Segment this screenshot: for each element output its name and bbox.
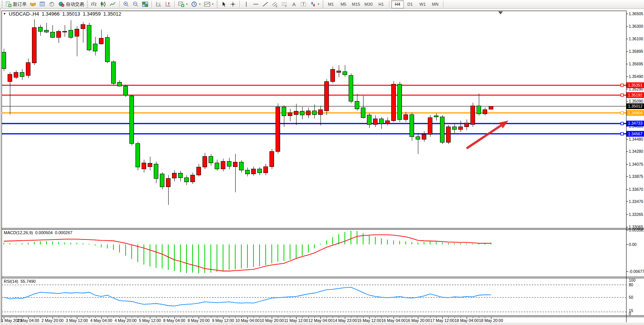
macd-value-main: 0.000504 <box>35 230 53 235</box>
svg-text:1.35490: 1.35490 <box>629 74 643 79</box>
svg-text:-0.006775: -0.006775 <box>629 269 644 274</box>
zoom-in-icon <box>123 1 129 7</box>
hline-handle[interactable] <box>621 133 623 135</box>
new-order-icon <box>5 1 12 7</box>
chart-title: ▼ USDCAD-,H4 1.34966 1.35013 1.34959 1.3… <box>3 11 121 17</box>
channel-icon: E <box>272 1 278 7</box>
svg-text:18 May 04:00: 18 May 04:00 <box>454 318 479 323</box>
timeframe-button-w1[interactable]: W1 <box>416 0 429 8</box>
new-order-button[interactable]: 新订单 <box>4 0 28 8</box>
toolbar-separator <box>443 1 444 8</box>
data-window-button[interactable] <box>38 0 47 8</box>
autotrading-button[interactable]: 自动交易 <box>57 0 86 8</box>
svg-text:1.36505: 1.36505 <box>629 11 643 16</box>
toolbar-grip[interactable] <box>2 1 3 8</box>
period-icon <box>191 1 198 7</box>
hline-handle[interactable] <box>621 122 623 125</box>
svg-text:10 May 20:00: 10 May 20:00 <box>260 318 284 323</box>
hline-handle[interactable] <box>621 94 623 97</box>
chart-area: 1.365051.363001.361001.358951.356951.354… <box>0 0 644 325</box>
svg-text:1.35351: 1.35351 <box>628 83 642 87</box>
shapes-icon <box>310 1 316 7</box>
toolbar-separator <box>174 1 175 8</box>
svg-text:18 May 20:00: 18 May 20:00 <box>479 318 503 323</box>
auto-scroll-button[interactable] <box>154 0 163 8</box>
toolbar-separator <box>151 1 152 8</box>
toolbar-grip[interactable] <box>87 1 88 8</box>
timeframe-button-mn[interactable]: MN <box>429 0 442 8</box>
svg-text:A: A <box>292 2 296 7</box>
svg-text:100: 100 <box>629 278 636 282</box>
one-click-trading-icon[interactable]: ▼ <box>3 12 6 16</box>
svg-text:8 May 20:00: 8 May 20:00 <box>188 318 210 323</box>
svg-text:1.33470: 1.33470 <box>629 199 643 204</box>
arrows-button[interactable]: ▼ <box>308 0 321 8</box>
bar-chart-icon <box>91 1 97 7</box>
timeframe-button-m15[interactable]: M15 <box>350 0 362 8</box>
new-order-button-label: 新订单 <box>13 1 27 8</box>
chevron-down-icon[interactable]: ▼ <box>317 3 320 5</box>
chevron-down-icon[interactable]: ▼ <box>186 3 188 5</box>
tile-windows-icon <box>142 1 148 7</box>
rsi-value: 55.7490 <box>21 279 36 284</box>
autotrading-button-label: 自动交易 <box>66 1 84 8</box>
vline-icon <box>243 1 250 7</box>
text-label-button[interactable]: T <box>299 0 308 8</box>
trendline-button[interactable] <box>261 0 270 8</box>
timeframe-button-m5[interactable]: M5 <box>337 0 350 8</box>
svg-text:1.34904: 1.34904 <box>628 111 642 115</box>
chevron-down-icon[interactable]: ▼ <box>199 3 201 5</box>
crosshair-icon <box>230 1 236 7</box>
zoom-out-button[interactable] <box>131 0 140 8</box>
timeframe-button-m1[interactable]: M1 <box>325 0 337 8</box>
text-icon: A <box>291 1 297 7</box>
svg-text:1.35695: 1.35695 <box>629 62 643 66</box>
fibonacci-button[interactable]: F <box>280 0 289 8</box>
new-chart-button[interactable]: ▼ <box>177 0 190 8</box>
svg-text:16 May 04:00: 16 May 04:00 <box>381 318 406 323</box>
equidistant-channel-button[interactable]: E <box>270 0 280 8</box>
svg-text:1.35895: 1.35895 <box>629 49 643 54</box>
crosshair-button[interactable] <box>228 0 238 8</box>
ohlc-close: 1.35012 <box>103 11 121 17</box>
horizontal-line-button[interactable] <box>251 0 261 8</box>
svg-text:17 May 12:00: 17 May 12:00 <box>430 318 454 323</box>
hline-handle[interactable] <box>621 84 623 87</box>
chart-shift-button[interactable] <box>163 0 173 8</box>
text-button[interactable]: A <box>289 0 299 8</box>
navigator-button[interactable] <box>47 0 57 8</box>
chevron-down-icon[interactable]: ▼ <box>212 3 214 5</box>
toolbar-grip[interactable] <box>322 1 324 8</box>
vertical-line-button[interactable] <box>242 0 251 8</box>
svg-text:10 May 04:00: 10 May 04:00 <box>235 318 260 323</box>
ohlc-high: 1.35013 <box>62 11 80 17</box>
timeframe-button-h4[interactable]: H4 <box>391 0 404 8</box>
svg-text:12 May 04:00: 12 May 04:00 <box>308 318 333 323</box>
candlestick-button[interactable] <box>99 0 108 8</box>
line-chart-icon <box>110 1 116 7</box>
toolbar-separator <box>239 1 240 8</box>
indicators-button[interactable]: ▼ <box>202 0 215 8</box>
timeframe-button-h1[interactable]: H1 <box>375 0 387 8</box>
svg-text:1.34075: 1.34075 <box>629 162 643 166</box>
timeframe-button-d1[interactable]: D1 <box>404 0 416 8</box>
bar-chart-button[interactable] <box>89 0 99 8</box>
text-label-icon: T <box>300 1 307 7</box>
rsi-name: RSI(14) <box>4 279 18 284</box>
macd-name: MACD(12,26,9) <box>4 230 33 235</box>
tile-windows-button[interactable] <box>140 0 150 8</box>
macd-indicator-label: MACD(12,26,9) 0.000504 0.000267 <box>4 230 72 235</box>
svg-text:1.33265: 1.33265 <box>629 212 643 217</box>
cursor-button[interactable] <box>219 0 228 8</box>
line-chart-button[interactable] <box>108 0 118 8</box>
timeframe-button-m30[interactable]: M30 <box>362 0 375 8</box>
periods-button[interactable]: ▼ <box>190 0 202 8</box>
svg-text:9 May 12:00: 9 May 12:00 <box>212 318 234 323</box>
zoom-in-button[interactable] <box>121 0 131 8</box>
svg-text:1.34567: 1.34567 <box>628 132 642 136</box>
hline-handle[interactable] <box>621 112 623 114</box>
ohlc-low: 1.34959 <box>83 11 100 17</box>
market-watch-button[interactable] <box>28 0 38 8</box>
svg-text:1.34280: 1.34280 <box>629 149 643 154</box>
toolbar-grip[interactable] <box>217 1 218 8</box>
